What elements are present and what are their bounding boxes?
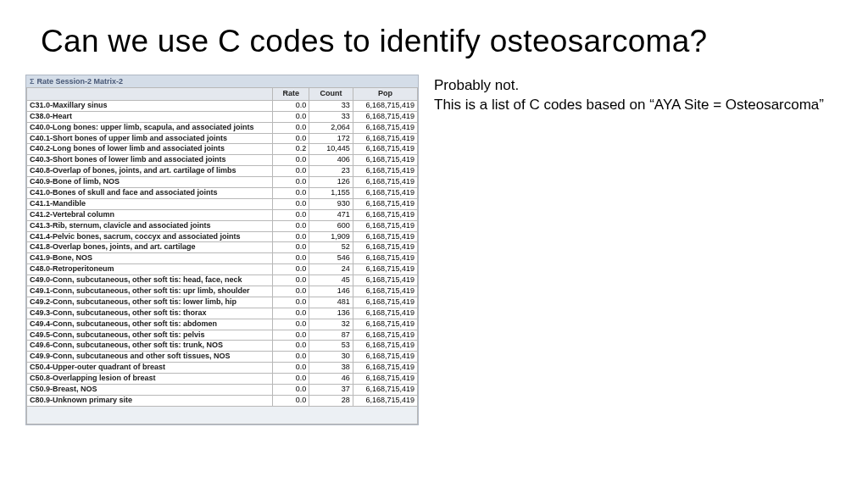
cell-rate: 0.0	[273, 231, 309, 242]
cell-name: C38.0-Heart	[27, 111, 273, 122]
cell-pop: 6,168,715,419	[353, 209, 417, 220]
cell-count: 32	[309, 319, 353, 330]
cell-name: C40.8-Overlap of bones, joints, and art.…	[27, 166, 273, 177]
cell-name: C49.0-Conn, subcutaneous, other soft tis…	[27, 275, 273, 286]
cell-pop: 6,168,715,419	[353, 319, 417, 330]
cell-name: C80.9-Unknown primary site	[27, 395, 273, 406]
cell-count: 146	[309, 286, 353, 297]
cell-count: 87	[309, 330, 353, 341]
table-row: C41.8-Overlap bones, joints, and art. ca…	[27, 242, 418, 253]
cell-pop: 6,168,715,419	[353, 341, 417, 352]
cell-pop: 6,168,715,419	[353, 133, 417, 144]
cell-count: 53	[309, 341, 353, 352]
cell-name: C50.9-Breast, NOS	[27, 385, 273, 396]
cell-pop: 6,168,715,419	[353, 220, 417, 231]
table-row: C48.0-Retroperitoneum0.0246,168,715,419	[27, 264, 418, 275]
cell-name: C49.1-Conn, subcutaneous, other soft tis…	[27, 286, 273, 297]
cell-name: C48.0-Retroperitoneum	[27, 264, 273, 275]
cell-pop: 6,168,715,419	[353, 198, 417, 209]
table-row: C38.0-Heart0.0336,168,715,419	[27, 111, 418, 122]
cell-count: 126	[309, 177, 353, 188]
cell-pop: 6,168,715,419	[353, 122, 417, 133]
cell-rate: 0.2	[273, 144, 309, 155]
cell-name: C40.0-Long bones: upper limb, scapula, a…	[27, 122, 273, 133]
cell-name: C40.2-Long bones of lower limb and assoc…	[27, 144, 273, 155]
cell-count: 600	[309, 220, 353, 231]
table-row: C41.9-Bone, NOS0.05466,168,715,419	[27, 253, 418, 264]
table-row: C40.3-Short bones of lower limb and asso…	[27, 155, 418, 166]
cell-rate: 0.0	[273, 177, 309, 188]
cell-count: 24	[309, 264, 353, 275]
table-row: C50.9-Breast, NOS0.0376,168,715,419	[27, 385, 418, 396]
side-commentary: Probably not. This is a list of C codes …	[419, 75, 824, 115]
cell-count: 52	[309, 242, 353, 253]
cell-pop: 6,168,715,419	[353, 155, 417, 166]
col-rate: Rate	[273, 88, 309, 101]
cell-name: C49.2-Conn, subcutaneous, other soft tis…	[27, 297, 273, 308]
table-row: C49.2-Conn, subcutaneous, other soft tis…	[27, 297, 418, 308]
cell-rate: 0.0	[273, 286, 309, 297]
cell-count: 46	[309, 374, 353, 385]
cell-rate: 0.0	[273, 209, 309, 220]
table-row: C80.9-Unknown primary site0.0286,168,715…	[27, 395, 418, 406]
cell-count: 172	[309, 133, 353, 144]
cell-name: C50.8-Overlapping lesion of breast	[27, 374, 273, 385]
cell-name: C49.6-Conn, subcutaneous, other soft tis…	[27, 341, 273, 352]
cell-name: C40.3-Short bones of lower limb and asso…	[27, 155, 273, 166]
cell-name: C41.0-Bones of skull and face and associ…	[27, 188, 273, 199]
table-row: C49.6-Conn, subcutaneous, other soft tis…	[27, 341, 418, 352]
cell-rate: 0.0	[273, 100, 309, 111]
cell-count: 45	[309, 275, 353, 286]
cell-name: C41.9-Bone, NOS	[27, 253, 273, 264]
cell-name: C40.1-Short bones of upper limb and asso…	[27, 133, 273, 144]
table-row: C40.2-Long bones of lower limb and assoc…	[27, 144, 418, 155]
table-row: C49.3-Conn, subcutaneous, other soft tis…	[27, 308, 418, 319]
cell-rate: 0.0	[273, 395, 309, 406]
table-row: C49.1-Conn, subcutaneous, other soft tis…	[27, 286, 418, 297]
cell-pop: 6,168,715,419	[353, 253, 417, 264]
cell-pop: 6,168,715,419	[353, 188, 417, 199]
cell-count: 28	[309, 395, 353, 406]
data-table-panel: Σ Rate Session-2 Matrix-2 Rate Count Pop…	[25, 75, 419, 425]
cell-count: 1,909	[309, 231, 353, 242]
cell-rate: 0.0	[273, 374, 309, 385]
cell-name: C41.3-Rib, sternum, clavicle and associa…	[27, 220, 273, 231]
cell-rate: 0.0	[273, 330, 309, 341]
table-row: C49.0-Conn, subcutaneous, other soft tis…	[27, 275, 418, 286]
cell-count: 2,064	[309, 122, 353, 133]
table-header-row: Rate Count Pop	[27, 88, 418, 101]
side-line-1: Probably not.	[434, 76, 824, 96]
cell-pop: 6,168,715,419	[353, 395, 417, 406]
table-row: C41.4-Pelvic bones, sacrum, coccyx and a…	[27, 231, 418, 242]
cell-rate: 0.0	[273, 385, 309, 396]
cell-rate: 0.0	[273, 297, 309, 308]
cell-count: 546	[309, 253, 353, 264]
cell-pop: 6,168,715,419	[353, 177, 417, 188]
cell-rate: 0.0	[273, 341, 309, 352]
cell-count: 10,445	[309, 144, 353, 155]
cell-name: C49.5-Conn, subcutaneous, other soft tis…	[27, 330, 273, 341]
cell-rate: 0.0	[273, 253, 309, 264]
cell-pop: 6,168,715,419	[353, 242, 417, 253]
cell-name: C31.0-Maxillary sinus	[27, 100, 273, 111]
col-count: Count	[309, 88, 353, 101]
cell-name: C41.2-Vertebral column	[27, 209, 273, 220]
page-title: Can we use C codes to identify osteosarc…	[0, 0, 868, 75]
cell-count: 37	[309, 385, 353, 396]
cell-name: C41.1-Mandible	[27, 198, 273, 209]
cell-rate: 0.0	[273, 122, 309, 133]
table-row: C31.0-Maxillary sinus0.0336,168,715,419	[27, 100, 418, 111]
cell-count: 406	[309, 155, 353, 166]
cell-count: 481	[309, 297, 353, 308]
cell-count: 471	[309, 209, 353, 220]
cell-name: C49.3-Conn, subcutaneous, other soft tis…	[27, 308, 273, 319]
cell-name: C49.4-Conn, subcutaneous, other soft tis…	[27, 319, 273, 330]
table-row: C41.1-Mandible0.09306,168,715,419	[27, 198, 418, 209]
table-row: C40.1-Short bones of upper limb and asso…	[27, 133, 418, 144]
cell-rate: 0.0	[273, 155, 309, 166]
content-row: Σ Rate Session-2 Matrix-2 Rate Count Pop…	[0, 75, 868, 425]
cell-pop: 6,168,715,419	[353, 231, 417, 242]
cell-count: 33	[309, 111, 353, 122]
cell-pop: 6,168,715,419	[353, 264, 417, 275]
cell-pop: 6,168,715,419	[353, 297, 417, 308]
